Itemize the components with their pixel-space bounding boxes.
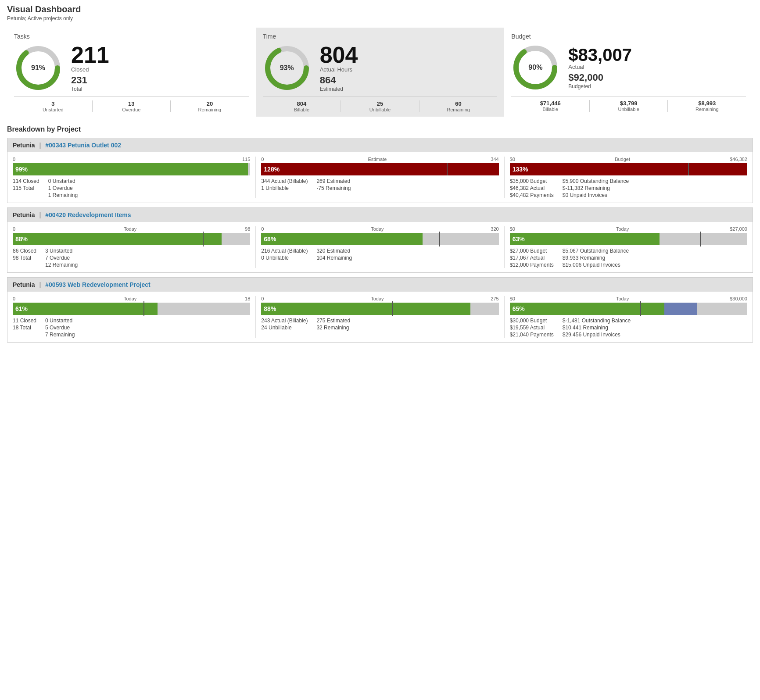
- time-unbillable-lbl: Unbillable: [341, 107, 419, 112]
- time-big-number: 804: [320, 43, 358, 66]
- tasks-panel: Tasks 91% 211 Closed 231 Total 3 Unstart…: [7, 28, 256, 117]
- budget-billable-lbl: Billable: [511, 107, 589, 112]
- budget-donut: 90%: [511, 43, 559, 92]
- time-unbillable: 25 Unbillable: [341, 100, 419, 112]
- sep-2: |: [39, 211, 41, 218]
- page-title: Visual Dashboard: [7, 4, 753, 14]
- budget-billable-val: $71,446: [511, 100, 589, 107]
- budget-stats: $83,007 Actual $92,000 Budgeted: [568, 46, 632, 89]
- tasks-remaining: 20 Remaining: [170, 100, 249, 112]
- proj1-time-fill: [261, 163, 498, 175]
- budget-footer: $71,446 Billable $3,799 Unbillable $8,99…: [511, 96, 746, 112]
- proj3-time-col: 0 Today 275 88% 243 Actual (Billable) 24…: [255, 296, 504, 338]
- time-secondary: 864: [320, 75, 358, 86]
- time-donut: 93%: [263, 44, 311, 92]
- tasks-remaining-val: 20: [171, 100, 249, 107]
- time-remaining-lbl: Remaining: [419, 107, 498, 112]
- tasks-big-number: 211: [71, 43, 109, 66]
- proj1-time-bar: 128%: [261, 163, 498, 175]
- proj1-budget-details: $35,000 Budget $46,382 Actual $40,482 Pa…: [510, 178, 747, 198]
- proj1-tasks-col: 0115 99% 114 Closed 115 Total 0 Unstarte…: [7, 157, 255, 198]
- project-block-1: Petunia | #00343 Petunia Outlet 002 0115…: [7, 138, 753, 203]
- time-footer: 804 Billable 25 Unbillable 60 Remaining: [263, 96, 498, 112]
- project-block-2: Petunia | #00420 Redevelopment Items 0 T…: [7, 207, 753, 273]
- budget-remaining: $8,993 Remaining: [667, 100, 746, 112]
- time-panel: Time 93% 804 Actual Hours 864 Estimated …: [256, 28, 505, 117]
- budget-remaining-lbl: Remaining: [668, 107, 746, 112]
- project-link-3[interactable]: #00593 Web Redevelopment Project: [45, 281, 150, 288]
- tasks-footer: 3 Unstarted 13 Overdue 20 Remaining: [14, 96, 249, 112]
- proj1-budget-fill: [510, 163, 747, 175]
- tasks-overdue-val: 13: [93, 100, 171, 107]
- time-stats: 804 Actual Hours 864 Estimated: [320, 43, 358, 92]
- budget-donut-label: 90%: [528, 64, 542, 71]
- proj2-time-bar: 68%: [261, 233, 498, 245]
- tasks-donut: 91%: [14, 44, 62, 92]
- proj1-time-pct: 128%: [264, 166, 280, 173]
- tasks-overdue-lbl: Overdue: [93, 107, 171, 112]
- proj2-tasks-fill: [13, 233, 222, 245]
- project-org-3: Petunia: [13, 281, 35, 288]
- project-link-1[interactable]: #00343 Petunia Outlet 002: [45, 142, 121, 149]
- tasks-unstarted-lbl: Unstarted: [14, 107, 92, 112]
- proj2-tasks-bar: 88%: [13, 233, 250, 245]
- proj2-time-col: 0 Today 320 68% 216 Actual (Billable) 0 …: [255, 226, 504, 268]
- proj2-budget-col: $0 Today $27,000 63% $27,000 Budget $17,…: [504, 226, 753, 268]
- proj2-time-details: 216 Actual (Billable) 0 Unbillable 320 E…: [261, 248, 498, 261]
- project-header-2: Petunia | #00420 Redevelopment Items: [7, 208, 753, 222]
- proj3-budget-marker: [640, 301, 641, 316]
- tasks-stats: 211 Closed 231 Total: [71, 43, 109, 92]
- project-org-2: Petunia: [13, 211, 35, 218]
- proj1-tasks-pct: 99%: [15, 166, 28, 173]
- proj3-tasks-marker: [143, 301, 144, 316]
- project-link-2[interactable]: #00420 Redevelopment Items: [45, 211, 131, 218]
- project-body-2: 0 Today 98 88% 86 Closed 98 Total 3 Unst…: [7, 222, 753, 272]
- proj2-tasks-col: 0 Today 98 88% 86 Closed 98 Total 3 Unst…: [7, 226, 255, 268]
- proj3-time-header: 0 Today 275: [261, 296, 498, 301]
- time-billable: 804 Billable: [263, 100, 341, 112]
- summary-grid: Tasks 91% 211 Closed 231 Total 3 Unstart…: [7, 28, 753, 117]
- time-remaining-val: 60: [419, 100, 498, 107]
- proj3-time-bar: 88%: [261, 303, 498, 315]
- proj2-time-header: 0 Today 320: [261, 226, 498, 232]
- proj1-tasks-bar: 99%: [13, 163, 250, 175]
- budget-secondary: $92,000: [568, 72, 632, 83]
- page-subtitle: Petunia; Active projects only: [7, 15, 753, 21]
- proj1-budget-marker: [688, 163, 689, 175]
- proj3-budget-col: $0 Today $30,000 65% $30,000 Budget $19,…: [504, 296, 753, 338]
- time-title: Time: [263, 33, 498, 40]
- proj3-budget-bar: 65%: [510, 303, 747, 315]
- tasks-secondary-label: Total: [71, 86, 109, 92]
- breakdown-title: Breakdown by Project: [7, 125, 753, 133]
- project-body-3: 0 Today 18 61% 11 Closed 18 Total 0 Unst…: [7, 292, 753, 342]
- time-main: 93% 804 Actual Hours 864 Estimated: [263, 43, 498, 92]
- budget-panel: Budget 90% $83,007 Actual $92,000 Budget…: [504, 28, 753, 117]
- budget-title: Budget: [511, 33, 746, 40]
- proj1-budget-header: $0 Budget $46,382: [510, 157, 747, 162]
- proj3-tasks-bar: 61%: [13, 303, 250, 315]
- time-big-label: Actual Hours: [320, 66, 358, 73]
- proj1-time-col: 0 Estimate 344 128% 344 Actual (Billable…: [255, 157, 504, 198]
- budget-remaining-val: $8,993: [668, 100, 746, 107]
- project-block-3: Petunia | #00593 Web Redevelopment Proje…: [7, 277, 753, 343]
- project-body-1: 0115 99% 114 Closed 115 Total 0 Unstarte…: [7, 152, 753, 203]
- time-donut-label: 93%: [280, 64, 294, 72]
- proj1-budget-pct: 133%: [513, 166, 528, 173]
- proj2-budget-details: $27,000 Budget $17,067 Actual $12,000 Pa…: [510, 248, 747, 268]
- proj3-tasks-details: 11 Closed 18 Total 0 Unstarted 5 Overdue…: [13, 318, 250, 338]
- proj2-tasks-marker: [203, 232, 204, 246]
- tasks-unstarted: 3 Unstarted: [14, 100, 92, 112]
- tasks-donut-label: 91%: [31, 64, 45, 72]
- proj2-budget-marker: [700, 232, 701, 246]
- project-org-1: Petunia: [13, 142, 35, 149]
- proj2-budget-pct: 63%: [513, 236, 525, 243]
- time-unbillable-val: 25: [341, 100, 419, 107]
- proj2-time-marker: [439, 232, 440, 246]
- budget-big-number: $83,007: [568, 46, 632, 64]
- tasks-unstarted-val: 3: [14, 100, 92, 107]
- proj2-time-pct: 68%: [264, 236, 276, 243]
- proj3-tasks-fill: [13, 303, 158, 315]
- tasks-overdue: 13 Overdue: [92, 100, 171, 112]
- proj1-time-header: 0 Estimate 344: [261, 157, 498, 162]
- time-remaining: 60 Remaining: [419, 100, 498, 112]
